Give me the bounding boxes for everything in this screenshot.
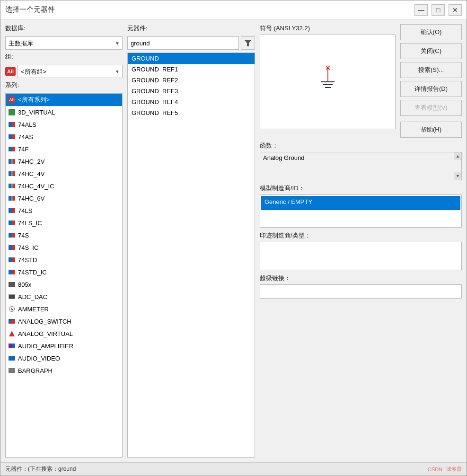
symbol-area: 符号 (ANSI Y32.2) [260, 24, 396, 138]
component-item-groundref1[interactable]: GROUND REF1 [128, 64, 255, 75]
series-item-805x[interactable]: 805x [6, 278, 122, 291]
db-select[interactable]: 主数据库 [5, 36, 123, 50]
series-item-ammeter[interactable]: A AMMETER [6, 303, 122, 315]
series-icon-74f [8, 146, 16, 152]
main-window: 选择一个元器件 — □ ✕ 数据库: 主数据库 组: All [0, 0, 467, 476]
series-item-analogvirt[interactable]: ANALOG_VIRTUAL [6, 327, 122, 340]
function-text-box: Analog Ground ▲ ▼ [260, 152, 462, 180]
series-item-74ls[interactable]: 74LS [6, 204, 122, 217]
series-icon-74s [8, 232, 16, 238]
status-bar: 元器件：(正在搜索：ground CSDN 滤波器 [0, 462, 467, 476]
filter-button[interactable] [241, 36, 255, 50]
footprint-section: 印迹制造商/类型： [260, 231, 462, 270]
window-title: 选择一个元器件 [5, 5, 55, 14]
maximize-button[interactable]: □ [432, 4, 445, 16]
function-scrollbar[interactable]: ▲ ▼ [454, 152, 461, 180]
series-icon-74hc4v [8, 170, 16, 177]
series-item-74als[interactable]: 74ALS [6, 118, 122, 131]
series-label-all: <所有系列> [18, 96, 50, 104]
series-icon-74ls [8, 207, 16, 214]
series-icon-all: All [8, 97, 16, 103]
confirm-button[interactable]: 确认(O) [400, 24, 462, 40]
window-controls: — □ ✕ [414, 4, 462, 16]
component-item-groundref4[interactable]: GROUND REF4 [128, 97, 255, 107]
component-list[interactable]: GROUND GROUND REF1 GROUND REF2 GROUND RE… [127, 53, 255, 458]
series-item-74stdic[interactable]: 74STD_IC [6, 266, 122, 278]
series-icon-74hc4vic [8, 183, 16, 189]
function-label: 函数： [260, 141, 462, 150]
series-item-74hc6v[interactable]: 74HC_6V [6, 192, 122, 204]
series-icon-74hc2v [8, 158, 16, 165]
hyperlink-section: 超级链接： [260, 274, 462, 299]
series-item-74s[interactable]: 74S [6, 229, 122, 241]
series-list[interactable]: All <所有系列> 3D_VIRTUAL 74ALS [5, 93, 123, 458]
group-select-row: All <所有组> [5, 65, 123, 78]
function-value: Analog Ground [263, 154, 304, 161]
series-icon-74as [8, 133, 16, 140]
series-icon-74als [8, 121, 16, 128]
series-item-74sic[interactable]: 74S_IC [6, 241, 122, 254]
model-section: 模型制造商/ID： Generic / EMPTY [260, 184, 462, 228]
scroll-down-arrow[interactable]: ▼ [455, 172, 461, 180]
model-value[interactable]: Generic / EMPTY [261, 196, 460, 210]
funnel-icon [244, 40, 252, 46]
component-item-ground[interactable]: GROUND [128, 53, 255, 64]
group-select-wrapper[interactable]: <所有组> [18, 65, 123, 78]
left-panel: 数据库: 主数据库 组: All <所有组> 系列: [5, 24, 123, 458]
series-icon-74stdic [8, 269, 16, 275]
series-item-audioamp[interactable]: AUDIO_AMPLIFIER [6, 340, 122, 352]
component-item-groundref2[interactable]: GROUND REF2 [128, 75, 255, 86]
detail-button[interactable]: 详情报告(D) [400, 81, 462, 97]
status-text: 元器件：(正在搜索：ground [5, 465, 76, 473]
model-outer-box: Generic / EMPTY [260, 194, 462, 228]
series-icon-74hc6v [8, 195, 16, 202]
series-icon-74sic [8, 244, 16, 251]
main-content: 数据库: 主数据库 组: All <所有组> 系列: [0, 19, 467, 462]
model-label: 模型制造商/ID： [260, 184, 462, 193]
search-input[interactable] [127, 36, 239, 50]
search-button[interactable]: 搜索(S)... [400, 62, 462, 78]
series-icon-3d [8, 109, 16, 115]
series-item-74hc4v[interactable]: 74HC_4V [6, 167, 122, 180]
right-top: 符号 (ANSI Y32.2) [260, 24, 462, 138]
series-item-74as[interactable]: 74AS [6, 131, 122, 143]
series-icon-ammeter: A [8, 306, 16, 312]
series-item-3d[interactable]: 3D_VIRTUAL [6, 106, 122, 118]
tag-label: 滤波器 [446, 466, 462, 473]
symbol-label: 符号 (ANSI Y32.2) [260, 24, 396, 33]
series-icon-analogvirt [8, 330, 16, 337]
series-item-74lsic[interactable]: 74LS_IC [6, 217, 122, 229]
right-panel: 符号 (ANSI Y32.2) [260, 24, 462, 458]
footprint-value [260, 242, 462, 270]
series-item-adcdac[interactable]: ADC_DAC [6, 291, 122, 303]
series-item-all[interactable]: All <所有系列> [6, 94, 122, 106]
component-item-groundref3[interactable]: GROUND REF3 [128, 86, 255, 97]
close-dialog-button[interactable]: 关闭(C) [400, 43, 462, 59]
series-item-74f[interactable]: 74F [6, 143, 122, 155]
help-button[interactable]: 帮助(H) [400, 122, 462, 138]
title-bar: 选择一个元器件 — □ ✕ [0, 0, 467, 19]
series-item-bargraph[interactable]: BARGRAPH [6, 364, 122, 377]
series-item-74hc2v[interactable]: 74HC_2V [6, 155, 122, 167]
series-item-74hc4vic[interactable]: 74HC_4V_IC [6, 180, 122, 192]
function-section: 函数： Analog Ground ▲ ▼ [260, 141, 462, 180]
db-select-wrapper[interactable]: 主数据库 [5, 36, 123, 50]
hyperlink-label: 超级链接： [260, 274, 462, 282]
group-badge: All [5, 67, 16, 76]
group-select[interactable]: <所有组> [18, 65, 123, 78]
series-item-analogsw[interactable]: ANALOG_SWITCH [6, 315, 122, 327]
series-icon-audioamp [8, 343, 16, 349]
series-item-audiovid[interactable]: AUDIO_VIDEO [6, 352, 122, 364]
series-label-3d: 3D_VIRTUAL [18, 109, 55, 116]
model-button: 查看模型(V) [400, 100, 462, 116]
middle-panel: 元器件: GROUND GROUND REF1 GROUND REF2 GROU… [127, 24, 255, 458]
close-button[interactable]: ✕ [449, 4, 462, 16]
search-row [127, 36, 255, 50]
minimize-button[interactable]: — [414, 4, 428, 16]
series-icon-74std [8, 256, 16, 263]
csdn-label: CSDN [428, 467, 442, 472]
component-item-groundref5[interactable]: GROUND REF5 [128, 107, 255, 118]
series-item-74std[interactable]: 74STD [6, 254, 122, 266]
scroll-up-arrow[interactable]: ▲ [455, 152, 461, 160]
series-icon-bargraph [8, 367, 16, 374]
